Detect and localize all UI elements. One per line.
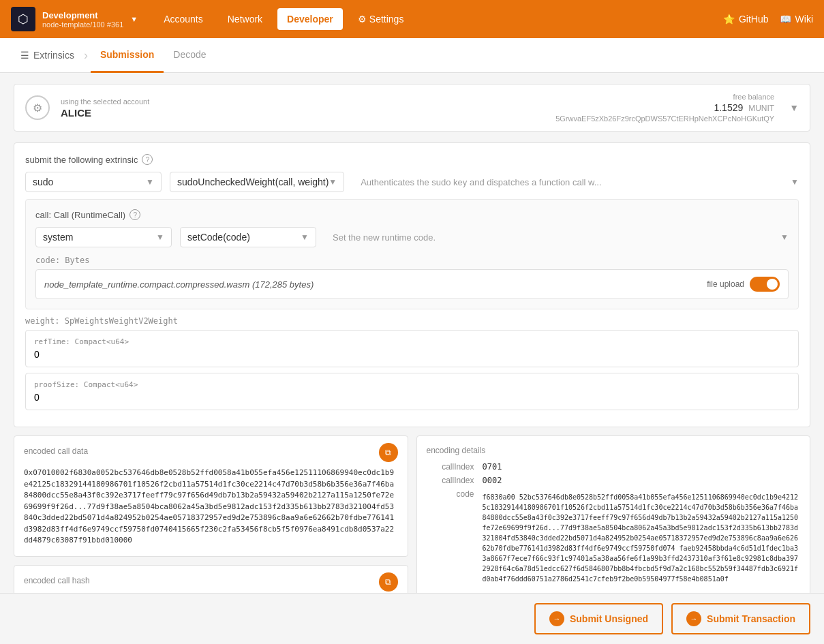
encoded-section: encoded call data ⧉ 0x07010002f6830a0052… <box>14 435 810 618</box>
call-data-title: encoded call data <box>24 446 88 456</box>
submit-extrinsic-label: submit the following extrinsic <box>25 155 138 165</box>
proof-size-label: proofSize: Compact<u64> <box>34 380 790 389</box>
ref-time-card: refTime: Compact<u64> <box>25 330 799 367</box>
github-label: GitHub <box>739 14 769 25</box>
call-label: call: Call (RuntimeCall) <box>35 210 125 220</box>
submit-transaction-label: Submit Transaction <box>707 613 795 624</box>
balance-value: 1.1529 <box>714 102 743 113</box>
account-dropdown-icon[interactable]: ▼ <box>789 102 799 113</box>
wiki-link[interactable]: 📖 Wiki <box>780 14 813 25</box>
pallet-select[interactable]: sudo ▼ <box>25 172 162 192</box>
header-right: ⭐ GitHub 📖 Wiki <box>723 14 813 25</box>
account-address: 5GrwvaEF5zXb26Fz9rcQpDWS57CtERHpNehXCPcN… <box>555 114 774 123</box>
footer: → Submit Unsigned → Submit Transaction <box>0 593 824 644</box>
extrinsic-card: submit the following extrinsic ? sudo ▼ … <box>14 142 810 427</box>
encoded-left: encoded call data ⧉ 0x07010002f6830a0052… <box>14 435 408 618</box>
proof-size-input[interactable] <box>34 392 790 403</box>
account-right: free balance 1.1529 MUNIT 5GrwvaEF5zXb26… <box>555 93 774 123</box>
call-desc-chevron-icon: ▼ <box>780 232 789 242</box>
breadcrumb-extrinsics[interactable]: ☰ Extrinsics <box>14 39 81 72</box>
account-using-label: using the selected account <box>61 97 545 106</box>
account-bar: ⚙ using the selected account ALICE free … <box>14 84 810 132</box>
nav-settings[interactable]: ⚙ Settings <box>348 8 414 30</box>
desc-chevron-icon: ▼ <box>791 177 799 187</box>
submit-unsigned-icon: → <box>549 611 564 626</box>
tab-decode[interactable]: Decode <box>164 38 215 73</box>
file-upload-label: file upload <box>707 279 744 289</box>
wiki-icon: 📖 <box>780 14 791 25</box>
dev-chevron-icon[interactable]: ▼ <box>130 15 138 23</box>
code-encoding-row: code f6830a00 52bc537646db8e0528b52ffd00… <box>427 489 801 584</box>
submit-transaction-button[interactable]: → Submit Transaction <box>671 603 810 634</box>
method-value: sudoUncheckedWeight(call, weight) <box>177 177 329 187</box>
pallet-value: sudo <box>33 177 146 187</box>
code-encoding-key: code <box>427 489 474 584</box>
call-hash-title-row: encoded call hash ⧉ <box>24 575 398 592</box>
file-upload-toggle-switch[interactable] <box>750 277 780 292</box>
code-encoding-val: f6830a00 52bc537646db8e0528b52ffd0058a41… <box>483 492 801 584</box>
call-pallet-value: system <box>43 232 156 243</box>
logo-icon: ⬡ <box>11 7 35 31</box>
balance-unit: MUNIT <box>748 104 774 113</box>
code-value-row: node_template_runtime.compact.compressed… <box>35 269 789 299</box>
extrinsic-header: submit the following extrinsic ? <box>25 154 799 165</box>
call-method-chevron-icon: ▼ <box>301 232 309 242</box>
pallet-chevron-icon: ▼ <box>146 177 154 187</box>
github-icon: ⭐ <box>723 14 735 25</box>
settings-icon: ⚙ <box>358 14 367 25</box>
copy-call-data-button[interactable]: ⧉ <box>379 443 398 462</box>
submit-unsigned-label: Submit Unsigned <box>570 613 648 624</box>
extrinsic-selects: sudo ▼ sudoUncheckedWeight(call, weight)… <box>25 172 799 192</box>
breadcrumb-label: Extrinsics <box>33 50 74 61</box>
call-hash-title: encoded call hash <box>24 576 90 585</box>
method-chevron-icon: ▼ <box>329 177 337 187</box>
balance-label: free balance <box>555 93 774 101</box>
inner-call-card: call: Call (RuntimeCall) ? system ▼ setC… <box>25 199 799 309</box>
file-upload-toggle: file upload <box>707 277 780 292</box>
call-help-icon[interactable]: ? <box>129 209 140 220</box>
dev-info: Development node-template/100 #361 <box>42 10 123 29</box>
call-method-select[interactable]: setCode(code) ▼ <box>180 227 316 247</box>
dev-name: Development <box>42 10 123 20</box>
call-pallet-chevron-icon: ▼ <box>156 232 164 242</box>
tab-submission[interactable]: Submission <box>91 38 164 73</box>
account-details: using the selected account ALICE <box>61 97 545 119</box>
encoding-title: encoding details <box>427 446 801 455</box>
wiki-label: Wiki <box>795 14 813 25</box>
dev-node: node-template/100 #361 <box>42 20 123 29</box>
extrinsics-icon: ☰ <box>20 50 29 61</box>
call-index-1-val: 0701 <box>483 462 502 472</box>
call-index-1-key: callIndex <box>427 462 474 472</box>
submit-unsigned-button[interactable]: → Submit Unsigned <box>534 603 663 634</box>
method-select[interactable]: sudoUncheckedWeight(call, weight) ▼ <box>170 172 344 192</box>
call-method-value: setCode(code) <box>187 232 301 243</box>
extrinsic-help-icon[interactable]: ? <box>142 154 153 165</box>
nav-network[interactable]: Network <box>218 8 272 30</box>
github-link[interactable]: ⭐ GitHub <box>723 14 769 25</box>
call-data-title-row: encoded call data ⧉ <box>24 446 398 462</box>
submit-transaction-icon: → <box>686 611 701 626</box>
call-index-2-key: callIndex <box>427 476 474 485</box>
call-index-1-row: callIndex 0701 <box>427 462 801 472</box>
nav-accounts[interactable]: Accounts <box>154 8 213 30</box>
call-data-card: encoded call data ⧉ 0x07010002f6830a0052… <box>14 435 408 557</box>
nav-developer[interactable]: Developer <box>277 8 343 30</box>
call-pallet-select[interactable]: system ▼ <box>35 227 172 247</box>
copy-call-hash-button[interactable]: ⧉ <box>379 572 398 592</box>
settings-label: Settings <box>369 14 404 25</box>
main-content: ⚙ using the selected account ALICE free … <box>0 73 824 644</box>
logo-area: ⬡ Development node-template/100 #361 ▼ <box>11 7 138 31</box>
subnav: ☰ Extrinsics › Submission Decode <box>0 38 824 73</box>
code-param: code: Bytes node_template_runtime.compac… <box>35 256 789 299</box>
code-file-name: node_template_runtime.compact.compressed… <box>44 279 314 290</box>
ref-time-input[interactable] <box>34 349 790 360</box>
code-label: code: Bytes <box>35 256 789 265</box>
encoding-details-card: encoding details callIndex 0701 callInde… <box>416 435 811 618</box>
call-header: call: Call (RuntimeCall) ? <box>35 209 789 220</box>
ref-time-label: refTime: Compact<u64> <box>34 337 790 346</box>
call-index-2-row: callIndex 0002 <box>427 476 801 485</box>
account-avatar: ⚙ <box>25 95 50 120</box>
call-description: Set the new runtime code. <box>324 232 772 243</box>
method-description: Authenticates the sudo key and dispatche… <box>352 177 782 187</box>
call-data-value: 0x07010002f6830a0052bc537646db8e0528b52f… <box>24 467 398 547</box>
